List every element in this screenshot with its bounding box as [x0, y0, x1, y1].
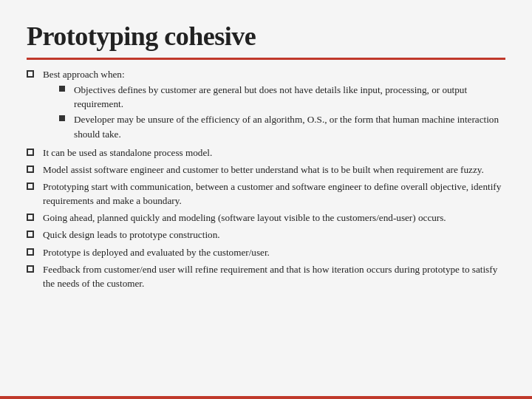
sub-bullet-1-2: Developer may be unsure of the efficienc… — [59, 112, 505, 140]
title-underline — [27, 58, 505, 60]
bullet-8-text: Feedback from customer/end user will ref… — [43, 262, 505, 290]
bullet-2-icon — [27, 146, 43, 156]
bullet-1: Best approach when: Objectives defines b… — [27, 67, 505, 143]
bullet-4-icon — [27, 180, 43, 190]
square-icon-4 — [27, 183, 34, 190]
square-icon-3 — [27, 166, 34, 173]
bullet-3-icon — [27, 163, 43, 173]
square-icon-2 — [27, 149, 34, 156]
bullet-8: Feedback from customer/end user will ref… — [27, 262, 505, 290]
bullet-5-icon — [27, 211, 43, 221]
bullet-1-icon — [27, 67, 43, 78]
slide-title: Prototyping cohesive — [27, 21, 505, 52]
bullet-6-icon — [27, 228, 43, 238]
slide: Prototyping cohesive Best approach when:… — [0, 0, 532, 399]
filled-square-icon — [59, 86, 65, 92]
square-icon — [27, 70, 34, 78]
sub-bullet-1-1: Objectives defines by customer are gener… — [59, 83, 505, 111]
bullet-4-text: Prototyping start with communication, be… — [43, 180, 505, 208]
sub-bullet-1-1-text: Objectives defines by customer are gener… — [74, 83, 505, 111]
bullet-7-text: Prototype is deployed and evaluated by t… — [43, 245, 505, 259]
sub-bullet-1-1-icon — [59, 83, 74, 92]
bullet-1-text: Best approach when: Objectives defines b… — [43, 67, 505, 143]
bullet-8-icon — [27, 262, 43, 273]
content-area: Best approach when: Objectives defines b… — [27, 67, 505, 290]
bullet-7-icon — [27, 245, 43, 256]
bullet-6: Quick design leads to prototype construc… — [27, 228, 505, 242]
bullet-7: Prototype is deployed and evaluated by t… — [27, 245, 505, 259]
bullet-2-text: It can be used as standalone process mod… — [43, 146, 505, 160]
bullet-4: Prototyping start with communication, be… — [27, 180, 505, 208]
square-icon-6 — [27, 231, 34, 238]
square-icon-5 — [27, 214, 34, 221]
bullet-5: Going ahead, planned quickly and modelin… — [27, 211, 505, 225]
sub-bullet-1-2-icon — [59, 112, 74, 121]
bullet-5-text: Going ahead, planned quickly and modelin… — [43, 211, 505, 225]
sub-bullets-1: Objectives defines by customer are gener… — [59, 83, 505, 141]
bullet-6-text: Quick design leads to prototype construc… — [43, 228, 505, 242]
sub-bullet-1-2-text: Developer may be unsure of the efficienc… — [74, 112, 505, 140]
bullet-1-label: Best approach when: — [43, 69, 125, 80]
square-icon-8 — [27, 265, 34, 273]
filled-square-icon-2 — [59, 115, 65, 121]
bullet-2: It can be used as standalone process mod… — [27, 146, 505, 160]
bottom-line — [0, 396, 532, 399]
bullet-3-text: Model assist software engineer and custo… — [43, 163, 505, 177]
bullet-3: Model assist software engineer and custo… — [27, 163, 505, 177]
square-icon-7 — [27, 248, 34, 256]
